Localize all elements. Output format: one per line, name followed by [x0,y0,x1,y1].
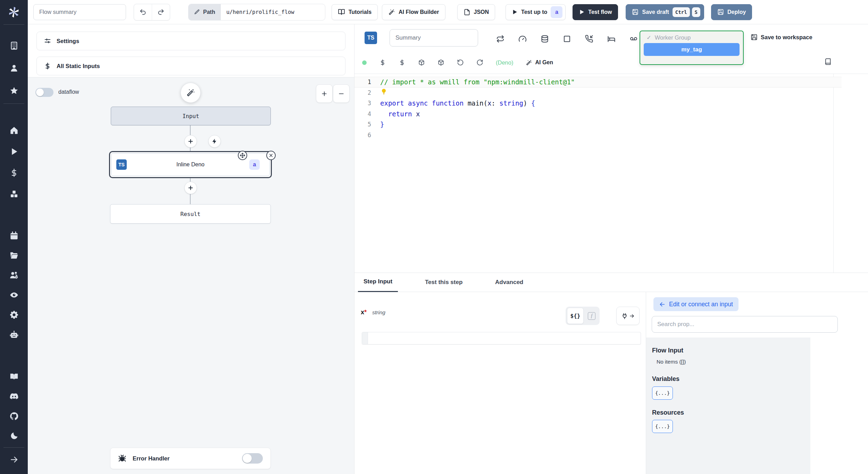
move-node-button[interactable] [238,151,247,160]
database-icon[interactable] [541,35,549,43]
box-icon[interactable] [418,59,425,66]
line-number: 5 [354,121,371,128]
tab-advanced[interactable]: Advanced [495,272,523,292]
error-handler-toggle[interactable] [242,453,263,464]
step-input-content: x * string ${} f Edit or connect an inpu… [354,292,868,474]
edit-or-connect-button[interactable]: Edit or connect an input [653,297,738,311]
rotate-ccw-icon[interactable] [457,59,464,66]
play-icon [9,147,19,156]
sidebar-item-home[interactable] [0,125,28,135]
prop-search-input[interactable] [652,316,838,333]
phone-incoming-icon[interactable] [585,35,593,43]
windmill-logo-glyph-icon [8,6,20,18]
test-up-to-button[interactable]: Test up to a [506,4,566,20]
sidebar-item-users-cog[interactable] [0,270,28,280]
refresh-cw-icon[interactable] [476,59,483,66]
worker-group-selected[interactable]: ✓ Worker Group [640,31,743,42]
bed-icon[interactable] [607,35,616,43]
code-line-4[interactable]: 4 return x [354,109,868,119]
resources-object-chip[interactable]: {...} [652,420,673,433]
repeat-icon[interactable] [496,35,504,43]
sidebar-item-eye[interactable] [0,290,28,300]
step-editor-panel: TS ✓ Worker Group my_tag Save to workspa… [354,24,868,474]
sidebar-item-building[interactable] [0,41,28,50]
code-line-6[interactable]: 6 [354,130,868,141]
sidebar-item-docs[interactable] [0,372,28,381]
connect-input-button[interactable] [616,307,640,325]
folder-open-icon [9,251,19,260]
code-line-2[interactable]: 2 [354,88,868,98]
save-draft-button[interactable]: Save draft Ctrl S [626,4,704,20]
graph-ai-wand-button[interactable] [181,83,201,103]
gauge-icon[interactable] [518,35,527,43]
node-input[interactable]: Input [111,107,271,125]
flow-settings-row[interactable]: Settings [36,32,345,50]
expr-mode-button[interactable]: ${} [567,308,584,324]
sidebar-item-discord[interactable] [0,391,28,401]
voicemail-icon[interactable] [629,35,638,43]
path-edit-button[interactable]: Path [189,4,221,20]
sidebar-item-arrow-right[interactable] [0,455,28,464]
sidebar-item-bot[interactable] [0,330,28,339]
square-icon[interactable] [563,35,571,43]
step-summary-input[interactable] [390,29,478,47]
sidebar-item-gear[interactable] [0,310,28,319]
undo-button[interactable] [134,4,152,20]
code-line-5[interactable]: 5} [354,119,868,130]
plus-icon [187,185,194,191]
box-icon[interactable] [437,59,444,66]
code-line-3[interactable]: 3export async function main(x: string) { [354,98,868,109]
delete-node-button[interactable] [266,151,276,160]
ai-flow-builder-button[interactable]: AI Flow Builder [382,4,445,20]
tab-test-this-step[interactable]: Test this step [425,272,462,292]
undo-redo-group [134,4,170,20]
tab-step-input[interactable]: Step Input [358,272,398,292]
library-book-icon[interactable] [824,58,832,65]
plus-icon [321,90,328,97]
sidebar-item-star[interactable] [0,86,28,95]
node-result[interactable]: Result [110,204,271,224]
windmill-logo-icon[interactable] [0,0,28,24]
dollar-icon[interactable] [379,59,386,66]
add-step-button[interactable] [184,135,197,148]
sidebar-item-boxes[interactable] [0,189,28,199]
redo-button[interactable] [152,4,170,20]
dataflow-toggle[interactable] [35,88,53,97]
field-x-value-input[interactable] [362,332,641,344]
kbd-s: S [692,7,700,17]
node-inline-deno[interactable]: TS Inline Deno a [109,151,272,178]
path-group[interactable]: Path u/henri/prolific_flow [188,4,325,20]
add-trigger-button[interactable] [208,135,221,148]
sidebar-item-folder-open[interactable] [0,250,28,260]
ai-gen-button[interactable]: AI Gen [526,59,553,66]
error-handler-row[interactable]: Error Handler [110,448,271,469]
token: ( [483,99,487,107]
dollar-icon[interactable] [399,59,406,66]
bulb-icon[interactable] [380,88,387,95]
test-flow-button[interactable]: Test flow [573,4,618,20]
add-step-button[interactable] [184,182,197,194]
all-static-inputs-row[interactable]: All Static Inputs [36,57,345,75]
json-button[interactable]: JSON [457,4,495,20]
code-editor[interactable]: 1// import * as wmill from "npm:windmill… [354,74,868,273]
sidebar-item-moon[interactable] [0,431,28,441]
sidebar-item-github[interactable] [0,411,28,421]
zoom-out-button[interactable] [333,84,350,103]
variables-title: Variables [652,375,679,383]
deno-runtime-label[interactable]: (Deno) [496,59,513,66]
sidebar-item-dollar[interactable] [0,168,28,177]
tutorials-button[interactable]: Tutorials [332,4,378,20]
save-to-workspace-button[interactable]: Save to workspace [751,34,812,41]
deploy-button[interactable]: Deploy [711,4,752,20]
zoom-in-button[interactable] [316,84,333,103]
fn-mode-button[interactable]: f [585,308,598,324]
sidebar-item-calendar[interactable] [0,231,28,240]
minus-icon [338,90,345,97]
worker-group-option-my-tag[interactable]: my_tag [644,43,740,56]
flow-summary-input[interactable] [33,4,126,20]
sidebar-item-user[interactable] [0,63,28,73]
line-number: 2 [354,89,371,96]
code-line-1[interactable]: 1// import * as wmill from "npm:windmill… [354,77,842,88]
sidebar-item-play[interactable] [0,147,28,156]
variables-object-chip[interactable]: {...} [652,386,673,400]
